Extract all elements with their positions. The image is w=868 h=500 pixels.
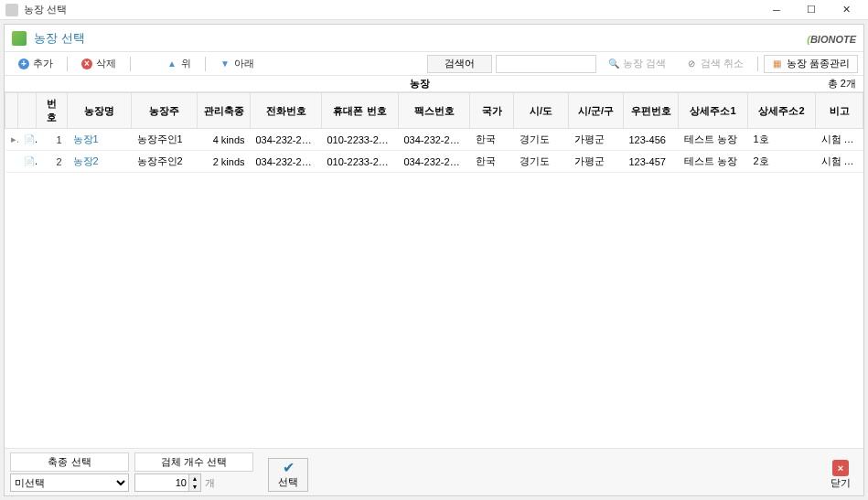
down-label: 아래 <box>234 57 254 70</box>
cell-note: 시험 농장 2 <box>816 151 863 173</box>
cell-fax: 034-232-2425 <box>399 151 470 173</box>
table-row[interactable]: ▸1농장1농장주인14 kinds034-232-2424010-2233-24… <box>5 129 863 151</box>
table-row[interactable]: 2농장2농장주인22 kinds034-232-2424010-2233-242… <box>5 151 863 173</box>
grid-icon <box>772 59 783 69</box>
cell-mobile: 010-2233-2424 <box>322 151 399 173</box>
minimize-button[interactable]: ─ <box>760 1 793 19</box>
cell-sigungu: 가평군 <box>569 151 624 173</box>
row-icon <box>18 129 37 151</box>
cell-addr2: 1호 <box>748 129 816 151</box>
cell-addr2: 2호 <box>748 151 816 173</box>
brand-logo: (BIONOTE <box>807 30 856 47</box>
col-zip[interactable]: 우편번호 <box>624 93 679 129</box>
bottom-bar: 축종 선택 미선택 검체 개수 선택 ▲ ▼ 개 ✔ 선택 × 닫기 <box>5 448 863 495</box>
note-icon <box>24 156 35 167</box>
spin-up[interactable]: ▲ <box>189 474 200 483</box>
total-count: 총 2개 <box>828 77 856 90</box>
cell-addr1: 테스트 농장 <box>679 129 748 151</box>
window-title: 농장 선택 <box>24 3 760 16</box>
cell-zip: 123-456 <box>624 129 679 151</box>
toolbar: 추가 삭제 위 아래 검색어 농장 검색 검색 취소 <box>5 52 863 76</box>
separator <box>205 57 206 71</box>
maximize-button[interactable]: ☐ <box>795 1 828 19</box>
move-down-button[interactable]: 아래 <box>211 55 263 73</box>
col-note[interactable]: 비고 <box>816 93 863 129</box>
cell-sido: 경기도 <box>514 129 569 151</box>
col-fax[interactable]: 팩스번호 <box>399 93 470 129</box>
close-window-button[interactable]: ✕ <box>830 1 863 19</box>
cell-num: 1 <box>37 129 68 151</box>
cancel-icon <box>686 59 697 69</box>
col-mobile[interactable]: 휴대폰 번호 <box>322 93 399 129</box>
up-arrow-icon <box>166 59 177 69</box>
cell-name[interactable]: 농장1 <box>68 129 132 151</box>
separator <box>130 57 131 71</box>
main-container: 농장 선택 (BIONOTE 추가 삭제 위 아래 검색어 농장 <box>4 24 864 496</box>
cell-species: 4 kinds <box>198 129 251 151</box>
row-icon <box>18 151 37 173</box>
count-input[interactable] <box>134 473 189 492</box>
col-arrow <box>5 93 18 129</box>
count-group: 검체 개수 선택 ▲ ▼ 개 <box>134 452 253 492</box>
search-btn-label: 농장 검색 <box>623 57 666 70</box>
col-addr2[interactable]: 상세주소2 <box>748 93 816 129</box>
add-label: 추가 <box>33 57 53 70</box>
check-icon: ✔ <box>283 461 295 475</box>
count-label: 검체 개수 선택 <box>134 452 253 472</box>
spinner-buttons: ▲ ▼ <box>189 473 201 492</box>
col-phone[interactable]: 전화번호 <box>251 93 322 129</box>
col-num[interactable]: 번호 <box>37 93 68 129</box>
app-icon <box>5 4 18 16</box>
cell-mobile: 010-2233-2424 <box>322 129 399 151</box>
add-button[interactable]: 추가 <box>10 55 61 73</box>
search-input[interactable] <box>496 55 596 73</box>
row-indicator <box>5 151 18 173</box>
cell-owner: 농장주인1 <box>132 129 198 151</box>
select-button[interactable]: ✔ 선택 <box>268 458 308 492</box>
farm-table: 번호 농장명 농장주 관리축종 전화번호 휴대폰 번호 팩스번호 국가 시/도 … <box>5 92 863 173</box>
down-arrow-icon <box>220 59 230 69</box>
window-titlebar: 농장 선택 ─ ☐ ✕ <box>0 0 868 20</box>
manage-breeds-button[interactable]: 농장 품종관리 <box>764 55 858 73</box>
col-species[interactable]: 관리축종 <box>198 93 251 129</box>
close-button[interactable]: × 닫기 <box>823 458 858 492</box>
col-addr1[interactable]: 상세주소1 <box>679 93 748 129</box>
table-container: 번호 농장명 농장주 관리축종 전화번호 휴대폰 번호 팩스번호 국가 시/도 … <box>5 92 863 448</box>
note-icon <box>24 134 35 145</box>
move-up-button[interactable]: 위 <box>158 55 199 73</box>
delete-button[interactable]: 삭제 <box>73 55 124 73</box>
delete-icon <box>81 59 92 69</box>
search-label: 검색어 <box>427 55 492 73</box>
species-select[interactable]: 미선택 <box>10 473 129 492</box>
close-icon: × <box>832 460 849 476</box>
col-sido[interactable]: 시/도 <box>514 93 569 129</box>
cell-fax: 034-232-2425 <box>399 129 470 151</box>
manage-label: 농장 품종관리 <box>787 57 850 70</box>
plus-icon <box>18 59 29 69</box>
species-label: 축종 선택 <box>10 452 129 472</box>
col-country[interactable]: 국가 <box>470 93 514 129</box>
cancel-search-button[interactable]: 검색 취소 <box>678 55 752 73</box>
cell-sido: 경기도 <box>514 151 569 173</box>
col-owner[interactable]: 농장주 <box>132 93 198 129</box>
select-btn-label: 선택 <box>278 475 298 489</box>
page-title: 농장 선택 <box>34 30 807 47</box>
col-name[interactable]: 농장명 <box>68 93 132 129</box>
cell-note: 시험 농장 1 <box>816 129 863 151</box>
cell-phone: 034-232-2424 <box>251 129 322 151</box>
cell-country: 한국 <box>470 129 514 151</box>
search-icon <box>608 59 619 69</box>
col-sigungu[interactable]: 시/군/구 <box>569 93 624 129</box>
cell-name[interactable]: 농장2 <box>68 151 132 173</box>
cell-country: 한국 <box>470 151 514 173</box>
spin-down[interactable]: ▼ <box>189 483 200 491</box>
count-spinner: ▲ ▼ 개 <box>134 473 253 492</box>
search-button[interactable]: 농장 검색 <box>600 55 674 73</box>
cell-addr1: 테스트 농장 <box>679 151 748 173</box>
delete-label: 삭제 <box>96 57 116 70</box>
cell-num: 2 <box>37 151 68 173</box>
cell-zip: 123-457 <box>624 151 679 173</box>
page-header: 농장 선택 (BIONOTE <box>5 25 863 52</box>
summary-bar: 농장 총 2개 <box>5 76 863 92</box>
farm-icon <box>12 31 27 46</box>
